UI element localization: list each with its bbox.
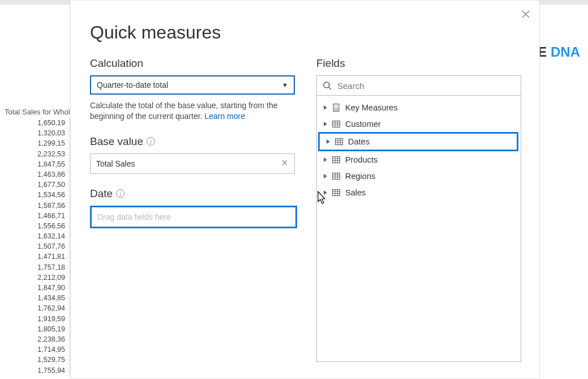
field-list: Key MeasuresCustomerDatesProductsRegions…	[316, 96, 521, 362]
bg-table-cell: 1,507,76	[0, 241, 70, 252]
bg-table-cell: 1,299,15	[0, 138, 70, 148]
date-label: Date i	[90, 188, 316, 200]
bg-table-cell: 1,677,50	[0, 180, 70, 190]
bg-table-cell: 2,232,53	[0, 149, 70, 159]
svg-point-6	[337, 108, 338, 109]
chevron-right-icon[interactable]	[324, 190, 327, 195]
bg-table-cell: 1,755,94	[0, 365, 70, 376]
svg-rect-15	[336, 139, 343, 145]
svg-rect-10	[333, 121, 340, 127]
fields-search[interactable]	[316, 75, 521, 96]
brand-logo: E DNA	[538, 44, 580, 60]
chevron-right-icon[interactable]	[324, 157, 327, 162]
field-table-row[interactable]: Products	[317, 151, 521, 168]
calculation-label: Calculation	[90, 57, 316, 70]
calculation-dropdown[interactable]: Quarter-to-date total ▼	[90, 75, 295, 95]
bg-table-cell: 1,471,81	[0, 252, 70, 262]
table-icon	[334, 137, 344, 146]
bg-table-cell: 1,632,14	[0, 231, 70, 241]
svg-rect-20	[333, 156, 340, 163]
learn-more-link[interactable]: Learn more	[204, 112, 245, 121]
svg-rect-25	[333, 173, 340, 179]
bg-table-cell: 1,466,71	[0, 211, 70, 221]
bg-table-cell: 1,320,03	[0, 128, 70, 138]
bg-table-cell: 1,805,19	[0, 324, 70, 334]
search-icon	[323, 81, 332, 90]
field-table-row[interactable]: Dates	[318, 132, 518, 151]
svg-point-8	[336, 109, 337, 110]
bg-table-cell: 1,463,86	[0, 169, 70, 180]
bg-table-cell: 2,212,09	[0, 272, 70, 283]
bg-table-cell: 1,919,59	[0, 314, 70, 324]
close-icon[interactable]	[520, 8, 531, 20]
svg-point-7	[334, 109, 336, 110]
bg-table-cell: 1,529,75	[0, 355, 70, 365]
quick-measures-dialog: Quick measures Calculation Quarter-to-da…	[70, 0, 540, 379]
fields-label: Fields	[316, 57, 521, 70]
bg-table-cell: 1,762,94	[0, 303, 70, 313]
field-table-row[interactable]: Customer	[317, 116, 521, 132]
calculator-icon	[332, 103, 341, 112]
svg-point-4	[334, 108, 336, 109]
bg-table-cell: 1,847,55	[0, 159, 70, 169]
chevron-right-icon[interactable]	[327, 139, 330, 144]
svg-rect-3	[334, 105, 338, 107]
calculation-description: Calculate the total of the base value, s…	[90, 100, 295, 122]
bg-table-cell: 2,238,36	[0, 334, 70, 344]
clear-base-value-icon[interactable]	[281, 159, 289, 169]
bg-table-cell: 1,714,95	[0, 344, 70, 355]
table-icon	[332, 120, 341, 129]
bg-table-cell: 1,757,18	[0, 262, 70, 272]
bg-table-cell: 1,587,56	[0, 201, 70, 211]
field-table-row[interactable]: Regions	[317, 168, 521, 184]
chevron-right-icon[interactable]	[324, 105, 327, 110]
field-table-name: Customer	[345, 120, 381, 129]
svg-rect-30	[333, 189, 340, 195]
fields-search-input[interactable]	[337, 81, 515, 91]
base-value-well[interactable]: Total Sales	[90, 154, 295, 174]
bg-table-cell: 1,534,56	[0, 190, 70, 200]
chevron-right-icon[interactable]	[324, 174, 327, 178]
date-dropzone[interactable]: Drag data fields here	[90, 206, 297, 228]
svg-line-1	[329, 87, 331, 90]
table-icon	[332, 172, 341, 181]
table-icon	[332, 155, 341, 164]
table-icon	[332, 188, 341, 197]
chevron-right-icon[interactable]	[324, 122, 327, 126]
info-icon[interactable]: i	[116, 189, 125, 198]
bg-table-cell: 1,650,19	[0, 118, 70, 128]
bg-table-cell: 1,847,90	[0, 283, 70, 293]
field-table-name: Regions	[345, 172, 375, 181]
info-icon[interactable]: i	[147, 137, 155, 146]
bg-column-header: Total Sales for Whole	[5, 108, 70, 116]
field-table-row[interactable]: Sales	[317, 184, 521, 201]
field-table-name: Key Measures	[345, 103, 398, 112]
date-placeholder: Drag data fields here	[97, 212, 171, 222]
chevron-down-icon: ▼	[282, 82, 288, 88]
bg-table-cell: 1,434,85	[0, 293, 70, 303]
calculation-selected: Quarter-to-date total	[97, 80, 168, 90]
dialog-title: Quick measures	[90, 22, 221, 43]
svg-point-9	[337, 109, 338, 110]
bg-table-cell: 1,556,56	[0, 221, 70, 231]
field-table-name: Products	[345, 155, 377, 164]
base-value-field: Total Sales	[96, 159, 135, 168]
svg-point-5	[336, 108, 337, 109]
field-table-row[interactable]: Key Measures	[317, 99, 521, 116]
field-table-name: Sales	[345, 188, 366, 197]
field-table-name: Dates	[348, 137, 370, 146]
base-value-label: Base value i	[90, 135, 316, 148]
svg-point-0	[324, 82, 329, 88]
